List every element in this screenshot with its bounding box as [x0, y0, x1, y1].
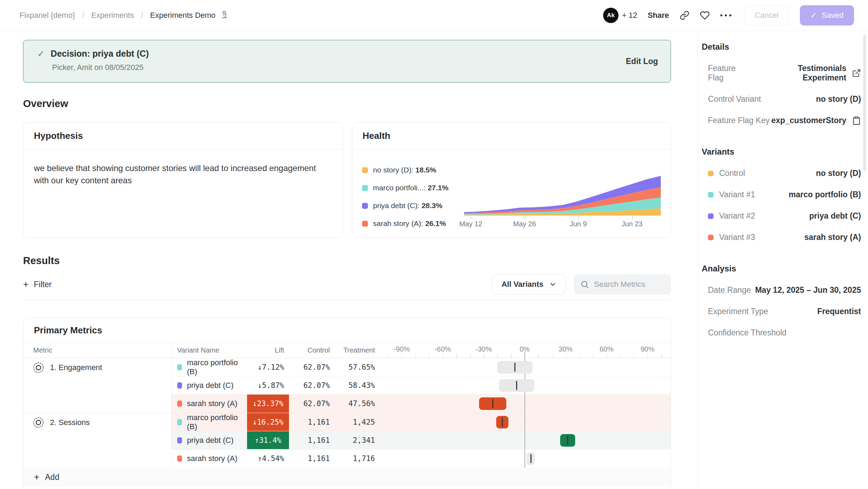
lift-point-tick	[514, 363, 515, 372]
col-header-treatment: Treatment	[331, 346, 376, 354]
hypothesis-card: Hypothesis we believe that showing custo…	[23, 122, 343, 238]
table-row[interactable]: marco portfolio (B)↓7.12%62.07%57.65%	[172, 358, 671, 376]
collaborators-count[interactable]: + 12	[622, 11, 637, 20]
sidebar-row-label: Experiment Type	[708, 307, 768, 316]
breadcrumb-item[interactable]: Experiments	[91, 11, 134, 20]
axis-ruler-tick	[661, 354, 662, 358]
health-card: Health no story (D): 18.5%marco portfoli…	[352, 122, 671, 238]
scrollbar-thumb[interactable]	[863, 35, 866, 171]
share-button[interactable]: Share	[648, 11, 669, 20]
results-heading: Results	[23, 255, 671, 267]
sidebar-row-value: Testimonials Experiment	[753, 64, 846, 83]
metric-cell[interactable]: 1. Engagement	[23, 358, 172, 413]
sidebar-row: Confidence Threshold	[702, 328, 861, 338]
legend-item: sarah story (A): 26.1%	[362, 219, 464, 228]
clipboard-icon[interactable]	[852, 116, 861, 125]
heart-icon[interactable]	[700, 10, 710, 20]
sidebar-section-variants: VariantsControlno story (D)Variant #1mar…	[702, 147, 861, 242]
zero-reference-line	[525, 395, 525, 413]
axis-tick-label: -30%	[476, 345, 492, 353]
axis-tick-label: 60%	[600, 345, 614, 353]
collaborators[interactable]: Ak + 12	[603, 8, 637, 23]
legend-value: 27.1%	[428, 184, 449, 192]
sidebar-row-label: Feature Flag	[708, 64, 753, 83]
add-filter-button[interactable]: + Filter	[23, 279, 52, 290]
external-link-icon[interactable]	[852, 69, 861, 78]
plus-icon: +	[23, 279, 29, 290]
search-metrics-input[interactable]	[594, 280, 665, 289]
lift-cell: ↑31.4%	[247, 431, 289, 449]
axis-ruler-tick	[388, 354, 389, 358]
legend-value: 28.3%	[421, 201, 442, 210]
table-row[interactable]: sarah story (A)↓23.37%62.07%47.56%	[172, 395, 671, 413]
control-cell: 1,161	[289, 454, 331, 463]
legend-item: marco portfoli...: 27.1%	[362, 184, 464, 192]
variant-swatch	[177, 401, 182, 407]
axis-ruler-tick	[607, 354, 607, 358]
sidebar-row: Date RangeMay 12, 2025 – Jun 30, 2025	[702, 285, 861, 295]
breadcrumb-item[interactable]: Fixpanel {demo}	[20, 11, 75, 20]
saved-button[interactable]: ✓ Saved	[800, 5, 854, 26]
sidebar-row-label: Control Variant	[708, 94, 761, 104]
sidebar-section-analysis: AnalysisDate RangeMay 12, 2025 – Jun 30,…	[702, 264, 861, 338]
breadcrumb-item-label: Experiments	[91, 11, 134, 20]
sidebar-row-label: Date Range	[708, 285, 751, 295]
legend-swatch	[362, 221, 368, 227]
sidebar-section-title: Variants	[702, 147, 861, 157]
divider	[23, 300, 671, 300]
zero-reference-line	[525, 449, 525, 468]
lift-cell: ↓5.87%	[247, 376, 289, 394]
link-icon[interactable]	[680, 10, 689, 20]
confidence-interval-cell	[376, 431, 671, 449]
search-metrics-box	[574, 274, 671, 295]
variant-swatch	[708, 192, 714, 198]
sidebar-row: Variant #1marco portfolio (B)	[702, 190, 861, 199]
sidebar-row-label: Confidence Threshold	[708, 328, 787, 338]
topbar-actions: Ak + 12 Share ••• Cancel ✓ Saved	[603, 5, 854, 26]
decision-banner: ✓ Decision: priya debt (C) Picker, Amit …	[23, 40, 671, 83]
sidebar-row-value: no story (D)	[816, 169, 861, 178]
axis-tick-label: -60%	[435, 345, 451, 353]
variant-name: marco portfolio (B)	[187, 413, 247, 431]
x-axis-label: May 12	[459, 220, 482, 228]
avatar[interactable]: Ak	[603, 8, 619, 23]
axis-ruler-tick	[620, 354, 621, 358]
axis-ruler-tick	[525, 352, 525, 358]
confidence-interval-cell	[376, 449, 671, 468]
metric-cell[interactable]: 2. Sessions	[23, 413, 172, 468]
sidebar-row: Feature Flag Keyexp_customerStory	[702, 116, 861, 125]
table-row[interactable]: priya debt (C)↓5.87%62.07%58.43%	[172, 376, 671, 395]
legend-swatch	[362, 203, 368, 209]
variant-filter-dropdown[interactable]: All Variants	[492, 274, 566, 295]
col-header-variant-name: Variant Name	[172, 346, 247, 354]
edit-log-button[interactable]: Edit Log	[626, 57, 658, 66]
axis-ruler-tick	[566, 354, 566, 358]
axis-ruler-tick	[511, 354, 512, 358]
health-area-chart	[464, 172, 661, 215]
axis-ruler-tick	[429, 354, 430, 358]
search-icon	[580, 280, 589, 289]
more-menu-icon[interactable]: •••	[720, 11, 733, 20]
confidence-interval-cell	[376, 376, 671, 394]
axis-ruler-tick	[402, 354, 403, 358]
legend-value: 26.1%	[425, 219, 446, 227]
axis-ruler-tick	[538, 354, 539, 358]
variant-swatch	[708, 213, 714, 219]
cancel-button[interactable]: Cancel	[744, 5, 789, 26]
table-row[interactable]: marco portfolio (B)↓16.25%1,1611,425	[172, 413, 671, 431]
chevron-down-icon	[549, 281, 557, 288]
lift-cell: ↑4.54%	[247, 449, 289, 468]
variant-cell: marco portfolio (B)	[172, 413, 247, 431]
sidebar-row: Experiment TypeFrequentist	[702, 307, 861, 316]
axis-ruler-tick	[648, 354, 648, 358]
legend-item: priya debt (C): 28.3%	[362, 201, 464, 210]
variant-name: priya debt (C)	[187, 436, 233, 445]
lift-point-tick	[502, 418, 503, 427]
table-row[interactable]: priya debt (C)↑31.4%1,1612,341	[172, 431, 671, 449]
main-content: ✓ Decision: priya debt (C) Picker, Amit …	[0, 31, 698, 489]
variant-cell: sarah story (A)	[172, 399, 247, 408]
axis-ruler-tick	[484, 354, 484, 358]
table-row[interactable]: sarah story (A)↑4.54%1,1611,716	[172, 449, 671, 468]
add-metric-button[interactable]: + Add	[23, 468, 671, 487]
sidebar-row-label: Feature Flag Key	[708, 116, 769, 125]
